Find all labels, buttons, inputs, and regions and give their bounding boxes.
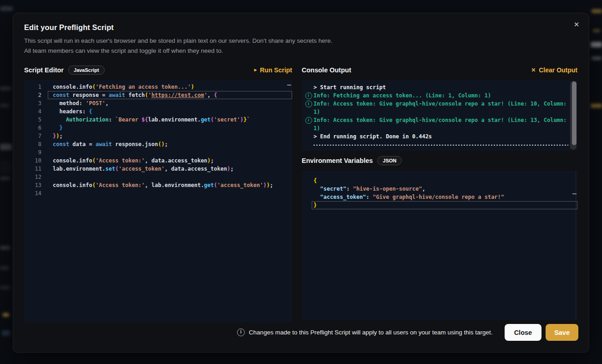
script-code-editor[interactable]: 1console.info('Fetching an access token.… <box>24 80 292 322</box>
footer-note: i Changes made to this Preflight Script … <box>237 329 493 336</box>
console-gutter <box>304 132 314 141</box>
code-text: "access_token": "Give graphql-hive/conso… <box>312 193 577 201</box>
overview-ruler-mark <box>572 193 577 194</box>
code-text <box>48 173 292 181</box>
language-badge: JavaScript <box>68 66 105 75</box>
save-button[interactable]: Save <box>546 324 578 341</box>
code-text: method: 'POST', <box>48 99 292 107</box>
code-text: { <box>312 177 577 185</box>
backdrop-artifact <box>0 266 9 270</box>
footer-note-text: Changes made to this Preflight Script wi… <box>249 329 493 336</box>
code-line[interactable]: 8const data = await response.json(); <box>24 140 292 148</box>
script-editor-title: Script Editor <box>24 66 64 74</box>
line-number: 14 <box>24 189 48 197</box>
code-line[interactable]: "access_token": "Give graphql-hive/conso… <box>302 193 577 201</box>
code-line[interactable]: 5 Authorization: `Bearer ${lab.environme… <box>24 116 292 124</box>
backdrop-artifact <box>593 29 600 32</box>
script-editor-panel: Script Editor JavaScript ▸ Run Script 1c… <box>24 63 292 322</box>
info-circle-icon: i <box>305 101 312 107</box>
line-number: 9 <box>24 148 48 157</box>
console-entry-text: > Start running script <box>314 83 569 91</box>
backdrop-artifact <box>0 177 10 180</box>
code-text: console.info('Access token:', data.acces… <box>48 157 292 165</box>
code-text: }); <box>48 132 292 140</box>
code-text: } <box>312 201 577 209</box>
backdrop-artifact <box>0 104 9 107</box>
console-entry-text: Info: Fetching an access token... (Line:… <box>314 91 569 100</box>
console-header: Console Output ✕ Clear Output <box>302 63 577 76</box>
modal-header: Edit your Preflight Script This script w… <box>13 13 589 56</box>
code-text <box>48 148 292 157</box>
code-line[interactable]: 11lab.environment.set('access_token', da… <box>24 165 292 173</box>
code-text: Authorization: `Bearer ${lab.environment… <box>48 116 292 124</box>
code-line[interactable]: 3 method: 'POST', <box>24 99 292 107</box>
code-line[interactable]: } <box>302 201 577 209</box>
backdrop-artifact <box>0 6 13 11</box>
line-number <box>302 201 312 209</box>
console-gutter <box>304 83 314 91</box>
clear-icon: ✕ <box>531 67 536 73</box>
line-number: 10 <box>24 157 48 165</box>
code-text: headers: { <box>48 107 292 116</box>
console-separator <box>314 145 568 146</box>
run-script-button[interactable]: ▸ Run Script <box>254 66 292 74</box>
line-number: 8 <box>24 140 48 148</box>
code-text: lab.environment.set('access_token', data… <box>48 165 292 173</box>
console-entry-text: Info: Access token: Give graphql-hive/co… <box>314 116 569 132</box>
run-script-label: Run Script <box>260 66 292 74</box>
backdrop-artifact <box>0 144 12 150</box>
backdrop-artifact <box>2 330 10 336</box>
info-icon: i <box>304 116 314 132</box>
preflight-script-modal: ✕ Edit your Preflight Script This script… <box>13 13 589 353</box>
console-gutter <box>304 141 314 146</box>
console-entry: > End running script. Done in 0.442s <box>304 132 569 141</box>
line-number: 2 <box>24 91 48 99</box>
script-code-lines: 1console.info('Fetching an access token.… <box>24 83 292 197</box>
code-line[interactable]: 13console.info('Access token:', lab.envi… <box>24 181 292 189</box>
info-icon: i <box>304 91 314 100</box>
code-text: console.info('Access token:', lab.enviro… <box>48 181 292 189</box>
line-number: 6 <box>24 124 48 132</box>
code-line[interactable]: 7}); <box>24 132 292 140</box>
console-entry: iInfo: Fetching an access token... (Line… <box>304 91 569 100</box>
code-line[interactable]: 10console.info('Access token:', data.acc… <box>24 157 292 165</box>
code-text: console.info('Fetching an access token..… <box>48 83 292 91</box>
close-icon[interactable]: ✕ <box>571 19 582 30</box>
code-line[interactable]: { <box>302 177 577 185</box>
console-entry-text: > End running script. Done in 0.442s <box>314 132 569 141</box>
line-number: 12 <box>24 173 48 181</box>
code-line[interactable]: "secret": "hive-is-open-source", <box>302 185 577 193</box>
line-number <box>302 177 312 185</box>
backdrop-artifact <box>3 313 9 317</box>
line-number <box>302 193 312 201</box>
scrollbar-thumb[interactable] <box>572 81 577 145</box>
env-code-lines: { "secret": "hive-is-open-source", "acce… <box>302 177 577 209</box>
page-title: Edit your Preflight Script <box>24 23 578 32</box>
backdrop-artifact <box>0 160 12 174</box>
code-line[interactable]: 9 <box>24 148 292 157</box>
code-line[interactable]: 14 <box>24 189 292 197</box>
info-icon: i <box>237 329 245 336</box>
backdrop-artifact <box>0 286 10 289</box>
console-output[interactable]: > Start running scriptiInfo: Fetching an… <box>302 80 577 151</box>
info-circle-icon: i <box>305 92 312 99</box>
clear-output-label: Clear Output <box>539 66 577 74</box>
code-line[interactable]: 4 headers: { <box>24 107 292 116</box>
line-number: 1 <box>24 83 48 91</box>
modal-body: Script Editor JavaScript ▸ Run Script 1c… <box>24 63 577 322</box>
code-line[interactable]: 12 <box>24 173 292 181</box>
clear-output-button[interactable]: ✕ Clear Output <box>531 66 577 74</box>
backdrop-artifact <box>591 42 602 47</box>
env-vars-title: Environment Variables <box>302 157 373 164</box>
code-line[interactable]: 6 } <box>24 124 292 132</box>
backdrop-artifact <box>0 246 10 250</box>
console-entry <box>304 141 569 146</box>
code-line[interactable]: 2const response = await fetch('https://t… <box>24 91 292 99</box>
env-vars-header: Environment Variables JSON <box>302 154 577 167</box>
close-button[interactable]: Close <box>505 324 542 341</box>
code-line[interactable]: 1console.info('Fetching an access token.… <box>24 83 292 91</box>
description-line: This script will run in each user's brow… <box>24 36 578 46</box>
console-entry: iInfo: Access token: Give graphql-hive/c… <box>304 116 569 132</box>
line-number: 5 <box>24 116 48 124</box>
env-vars-editor[interactable]: { "secret": "hive-is-open-source", "acce… <box>302 171 577 320</box>
